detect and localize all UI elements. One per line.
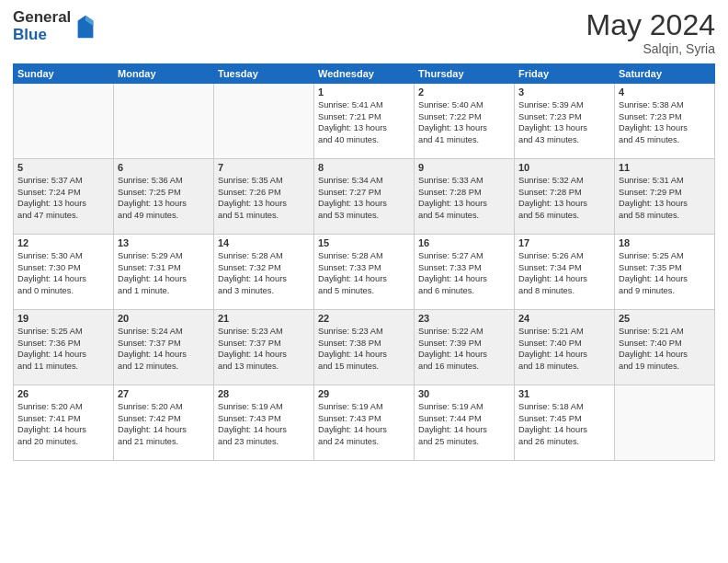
day-number: 31 (518, 388, 610, 399)
calendar-cell: 20Sunrise: 5:24 AM Sunset: 7:37 PM Dayli… (114, 310, 214, 385)
cell-info: Sunrise: 5:25 AM Sunset: 7:35 PM Dayligh… (619, 250, 711, 296)
day-number: 12 (17, 237, 109, 248)
cell-info: Sunrise: 5:41 AM Sunset: 7:21 PM Dayligh… (318, 99, 410, 145)
calendar-cell: 30Sunrise: 5:19 AM Sunset: 7:44 PM Dayli… (415, 385, 515, 461)
calendar-cell (114, 84, 214, 159)
calendar-cell: 23Sunrise: 5:22 AM Sunset: 7:39 PM Dayli… (415, 310, 515, 385)
month-year: May 2024 (586, 9, 715, 41)
calendar-cell: 5Sunrise: 5:37 AM Sunset: 7:24 PM Daylig… (14, 159, 114, 235)
day-header-row: SundayMondayTuesdayWednesdayThursdayFrid… (14, 64, 715, 84)
title-section: May 2024 Salqin, Syria (586, 9, 715, 56)
calendar-cell: 4Sunrise: 5:38 AM Sunset: 7:23 PM Daylig… (615, 84, 715, 159)
day-header-saturday: Saturday (615, 64, 715, 84)
day-number: 18 (619, 237, 711, 248)
page: General Blue May 2024 Salqin, Syria Sund… (0, 0, 728, 563)
cell-info: Sunrise: 5:27 AM Sunset: 7:33 PM Dayligh… (418, 250, 510, 296)
cell-info: Sunrise: 5:22 AM Sunset: 7:39 PM Dayligh… (418, 326, 510, 372)
cell-info: Sunrise: 5:38 AM Sunset: 7:23 PM Dayligh… (619, 99, 711, 145)
cell-info: Sunrise: 5:32 AM Sunset: 7:28 PM Dayligh… (518, 175, 610, 221)
cell-info: Sunrise: 5:23 AM Sunset: 7:37 PM Dayligh… (218, 326, 310, 372)
calendar-cell (14, 84, 114, 159)
logo-text: General Blue (13, 9, 71, 43)
day-number: 16 (418, 237, 510, 248)
day-header-thursday: Thursday (415, 64, 515, 84)
calendar-cell: 18Sunrise: 5:25 AM Sunset: 7:35 PM Dayli… (615, 235, 715, 310)
calendar-cell: 6Sunrise: 5:36 AM Sunset: 7:25 PM Daylig… (114, 159, 214, 235)
day-number: 13 (118, 237, 210, 248)
cell-info: Sunrise: 5:28 AM Sunset: 7:32 PM Dayligh… (218, 250, 310, 296)
day-number: 22 (318, 313, 410, 324)
day-number: 27 (118, 388, 210, 399)
calendar-cell: 11Sunrise: 5:31 AM Sunset: 7:29 PM Dayli… (615, 159, 715, 235)
calendar-cell: 21Sunrise: 5:23 AM Sunset: 7:37 PM Dayli… (214, 310, 314, 385)
calendar-cell: 28Sunrise: 5:19 AM Sunset: 7:43 PM Dayli… (214, 385, 314, 461)
day-number: 11 (619, 162, 711, 173)
header: General Blue May 2024 Salqin, Syria (13, 9, 715, 56)
cell-info: Sunrise: 5:30 AM Sunset: 7:30 PM Dayligh… (17, 250, 109, 296)
day-number: 29 (318, 388, 410, 399)
calendar-week-2: 5Sunrise: 5:37 AM Sunset: 7:24 PM Daylig… (14, 159, 715, 235)
calendar-cell: 26Sunrise: 5:20 AM Sunset: 7:41 PM Dayli… (14, 385, 114, 461)
calendar-table: SundayMondayTuesdayWednesdayThursdayFrid… (13, 63, 715, 461)
cell-info: Sunrise: 5:34 AM Sunset: 7:27 PM Dayligh… (318, 175, 410, 221)
day-header-tuesday: Tuesday (214, 64, 314, 84)
cell-info: Sunrise: 5:18 AM Sunset: 7:45 PM Dayligh… (518, 401, 610, 447)
cell-info: Sunrise: 5:21 AM Sunset: 7:40 PM Dayligh… (619, 326, 711, 372)
day-number: 10 (518, 162, 610, 173)
calendar-cell: 19Sunrise: 5:25 AM Sunset: 7:36 PM Dayli… (14, 310, 114, 385)
cell-info: Sunrise: 5:19 AM Sunset: 7:43 PM Dayligh… (318, 401, 410, 447)
logo-icon (73, 14, 98, 40)
day-number: 8 (318, 162, 410, 173)
day-number: 6 (118, 162, 210, 173)
calendar-week-4: 19Sunrise: 5:25 AM Sunset: 7:36 PM Dayli… (14, 310, 715, 385)
calendar-cell (214, 84, 314, 159)
cell-info: Sunrise: 5:33 AM Sunset: 7:28 PM Dayligh… (418, 175, 510, 221)
logo: General Blue (13, 9, 98, 43)
day-number: 2 (418, 86, 510, 98)
cell-info: Sunrise: 5:20 AM Sunset: 7:42 PM Dayligh… (118, 401, 210, 447)
cell-info: Sunrise: 5:26 AM Sunset: 7:34 PM Dayligh… (518, 250, 610, 296)
cell-info: Sunrise: 5:29 AM Sunset: 7:31 PM Dayligh… (118, 250, 210, 296)
cell-info: Sunrise: 5:20 AM Sunset: 7:41 PM Dayligh… (17, 401, 109, 447)
day-header-friday: Friday (515, 64, 615, 84)
logo-general: General (13, 9, 71, 27)
day-number: 25 (619, 313, 711, 324)
day-number: 9 (418, 162, 510, 173)
cell-info: Sunrise: 5:23 AM Sunset: 7:38 PM Dayligh… (318, 326, 410, 372)
calendar-cell: 24Sunrise: 5:21 AM Sunset: 7:40 PM Dayli… (515, 310, 615, 385)
calendar-cell: 8Sunrise: 5:34 AM Sunset: 7:27 PM Daylig… (314, 159, 415, 235)
day-number: 26 (17, 388, 109, 399)
calendar-cell: 31Sunrise: 5:18 AM Sunset: 7:45 PM Dayli… (515, 385, 615, 461)
day-number: 30 (418, 388, 510, 399)
day-number: 24 (518, 313, 610, 324)
calendar-cell: 17Sunrise: 5:26 AM Sunset: 7:34 PM Dayli… (515, 235, 615, 310)
cell-info: Sunrise: 5:21 AM Sunset: 7:40 PM Dayligh… (518, 326, 610, 372)
calendar-cell: 12Sunrise: 5:30 AM Sunset: 7:30 PM Dayli… (14, 235, 114, 310)
calendar-cell: 7Sunrise: 5:35 AM Sunset: 7:26 PM Daylig… (214, 159, 314, 235)
cell-info: Sunrise: 5:36 AM Sunset: 7:25 PM Dayligh… (118, 175, 210, 221)
day-number: 7 (218, 162, 310, 173)
calendar-cell: 22Sunrise: 5:23 AM Sunset: 7:38 PM Dayli… (314, 310, 415, 385)
cell-info: Sunrise: 5:31 AM Sunset: 7:29 PM Dayligh… (619, 175, 711, 221)
calendar-week-3: 12Sunrise: 5:30 AM Sunset: 7:30 PM Dayli… (14, 235, 715, 310)
calendar-cell: 2Sunrise: 5:40 AM Sunset: 7:22 PM Daylig… (415, 84, 515, 159)
calendar-cell: 15Sunrise: 5:28 AM Sunset: 7:33 PM Dayli… (314, 235, 415, 310)
day-number: 23 (418, 313, 510, 324)
calendar-cell: 9Sunrise: 5:33 AM Sunset: 7:28 PM Daylig… (415, 159, 515, 235)
cell-info: Sunrise: 5:40 AM Sunset: 7:22 PM Dayligh… (418, 99, 510, 145)
day-number: 28 (218, 388, 310, 399)
day-number: 15 (318, 237, 410, 248)
day-number: 20 (118, 313, 210, 324)
cell-info: Sunrise: 5:39 AM Sunset: 7:23 PM Dayligh… (518, 99, 610, 145)
day-number: 5 (17, 162, 109, 173)
day-number: 19 (17, 313, 109, 324)
cell-info: Sunrise: 5:19 AM Sunset: 7:43 PM Dayligh… (218, 401, 310, 447)
day-number: 17 (518, 237, 610, 248)
day-header-wednesday: Wednesday (314, 64, 415, 84)
calendar-cell: 10Sunrise: 5:32 AM Sunset: 7:28 PM Dayli… (515, 159, 615, 235)
cell-info: Sunrise: 5:24 AM Sunset: 7:37 PM Dayligh… (118, 326, 210, 372)
logo-blue: Blue (13, 27, 71, 44)
day-number: 1 (318, 86, 410, 98)
calendar-cell: 13Sunrise: 5:29 AM Sunset: 7:31 PM Dayli… (114, 235, 214, 310)
day-number: 14 (218, 237, 310, 248)
